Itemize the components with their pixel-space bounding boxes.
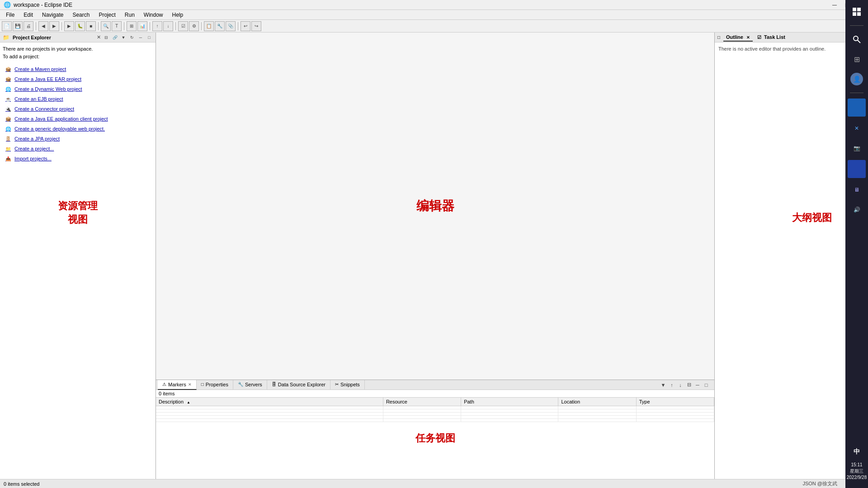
- tab-snippets[interactable]: ✂ Snippets: [330, 380, 365, 390]
- collapse-all-bottom-icon[interactable]: ⊟: [685, 381, 693, 389]
- toolbar-separator-6: [175, 22, 176, 30]
- project-explorer-close[interactable]: ✕: [97, 34, 101, 40]
- create-jpa-link[interactable]: 🗄 Create a JPA project: [3, 134, 153, 143]
- link-editor-icon[interactable]: 🔗: [111, 34, 118, 41]
- toolbar-search[interactable]: 🔍: [101, 21, 111, 31]
- create-maven-link[interactable]: 📦 Create a Maven project: [3, 65, 153, 74]
- toolbar-back[interactable]: ◀: [38, 21, 48, 31]
- toolbar-perspective[interactable]: ⊞: [127, 21, 137, 31]
- toolbar-open-task[interactable]: ☑: [178, 21, 188, 31]
- menu-project[interactable]: Project: [94, 10, 119, 19]
- items-count-row: 0 items: [156, 390, 714, 398]
- connector-icon: 🔌: [5, 105, 12, 113]
- collapse-all-icon[interactable]: ⊟: [103, 34, 110, 41]
- toolbar-ext1[interactable]: 📋: [204, 21, 214, 31]
- minimize-button[interactable]: ─: [830, 1, 839, 9]
- toolbar-debug[interactable]: 🐛: [75, 21, 85, 31]
- tab-datasource[interactable]: 🗄 Data Source Explorer: [267, 380, 330, 390]
- menu-help[interactable]: Help: [168, 10, 188, 19]
- toolbar-next-annotation[interactable]: ↓: [163, 21, 173, 31]
- prev-annotation-icon[interactable]: ↑: [668, 381, 675, 389]
- toolbar-properties[interactable]: ⚙: [189, 21, 199, 31]
- minimize-bottom-icon[interactable]: ─: [694, 381, 701, 389]
- create-dynamic-web-link[interactable]: 🌐 Create a Dynamic Web project: [3, 84, 153, 94]
- menu-file[interactable]: File: [2, 10, 19, 19]
- svg-rect-1: [857, 8, 861, 11]
- svg-rect-0: [853, 8, 856, 11]
- taskbar-search-icon[interactable]: [849, 31, 865, 47]
- sort-description-icon: ▲: [187, 400, 190, 404]
- no-projects-message: There are no projects in your workspace.…: [3, 45, 153, 60]
- taskbar-layout-icon[interactable]: ⊞: [849, 51, 865, 67]
- tab-outline[interactable]: Outline ✕: [723, 33, 753, 42]
- create-generic-web-link[interactable]: 🌐 Create a generic deployable web projec…: [3, 124, 153, 133]
- menu-edit[interactable]: Edit: [19, 10, 37, 19]
- filter-icon[interactable]: ▼: [120, 34, 127, 41]
- window-icon: 🌐: [4, 1, 11, 8]
- create-ejb-link[interactable]: ☕ Create an EJB project: [3, 94, 153, 103]
- tab-markers[interactable]: ⚠ Markers ✕: [158, 380, 197, 390]
- toolbar-run[interactable]: ▶: [64, 21, 74, 31]
- table-row: [156, 416, 714, 419]
- toolbar-ext2[interactable]: 🔧: [215, 21, 225, 31]
- project-explorer-title: Project Explorer: [13, 35, 95, 40]
- menu-run[interactable]: Run: [121, 10, 139, 19]
- tab-properties[interactable]: □ Properties: [197, 380, 233, 390]
- create-project-link[interactable]: 📁 Create a project...: [3, 144, 153, 153]
- javaee-app-icon: 📦: [5, 115, 12, 122]
- toolbar-new[interactable]: 📄: [2, 21, 12, 31]
- taskbar-windows-icon[interactable]: [849, 4, 865, 20]
- toolbar-redo[interactable]: ↪: [251, 21, 261, 31]
- task-list-icon: ☑: [757, 35, 761, 40]
- create-javaee-ear-link[interactable]: 📦 Create a Java EE EAR project: [3, 75, 153, 84]
- create-connector-link[interactable]: 🔌 Create a Connector project: [3, 104, 153, 113]
- taskbar-tray-x[interactable]: ✕: [849, 120, 865, 136]
- toolbar-save[interactable]: 💾: [13, 21, 23, 31]
- bottom-tabs-bar: ⚠ Markers ✕ □ Properties 🔧 Servers 🗄 Dat…: [156, 380, 714, 390]
- col-path[interactable]: Path: [461, 398, 558, 406]
- taskbar-tray-cam[interactable]: 📷: [849, 140, 865, 156]
- taskbar-tray-blue1[interactable]: [848, 99, 866, 117]
- taskbar-tray-monitor[interactable]: 🖥: [849, 182, 865, 198]
- col-type[interactable]: Type: [636, 398, 714, 406]
- maximize-bottom-icon[interactable]: □: [703, 381, 710, 389]
- ime-indicator[interactable]: 中: [849, 444, 865, 460]
- import-projects-link[interactable]: 📥 Import projects...: [3, 154, 153, 163]
- outline-tab-close[interactable]: ✕: [746, 35, 750, 40]
- create-javaee-app-link[interactable]: 📦 Create a Java EE application client pr…: [3, 114, 153, 123]
- tab-task-list[interactable]: ☑ Task List: [755, 33, 788, 42]
- col-description[interactable]: Description ▲: [156, 398, 383, 406]
- menu-search[interactable]: Search: [68, 10, 94, 19]
- markers-table-container[interactable]: Description ▲ Resource Path Location: [156, 398, 714, 479]
- encoding-indicator: JSON @徐文武: [802, 480, 837, 487]
- col-location[interactable]: Location: [558, 398, 636, 406]
- filter-markers-icon[interactable]: ▼: [660, 381, 667, 389]
- toolbar-open-type[interactable]: T: [112, 21, 122, 31]
- toolbar-separator-3: [98, 22, 99, 30]
- toolbar-open-perspective[interactable]: 📊: [137, 21, 147, 31]
- toolbar-prev-annotation[interactable]: ↑: [152, 21, 162, 31]
- col-resource[interactable]: Resource: [383, 398, 461, 406]
- outline-panel: □ Outline ✕ ☑ Task List ⊟ ─ □ There is n…: [714, 33, 868, 479]
- taskbar-tray-blue2[interactable]: [848, 160, 866, 178]
- menu-navigate[interactable]: Navigate: [38, 10, 67, 19]
- project-explorer-body: There are no projects in your workspace.…: [0, 42, 156, 479]
- servers-icon: 🔧: [238, 382, 243, 387]
- toolbar-forward[interactable]: ▶: [49, 21, 59, 31]
- outline-tab-icon: □: [717, 35, 720, 40]
- sync-icon[interactable]: ↻: [128, 34, 136, 41]
- taskbar-sep-1: [850, 25, 863, 26]
- minimize-view-icon[interactable]: ─: [137, 34, 144, 41]
- toolbar-print[interactable]: 🖨: [24, 21, 33, 31]
- toolbar-ext3[interactable]: 📎: [226, 21, 236, 31]
- taskbar-user-icon[interactable]: 👤: [849, 71, 865, 87]
- tab-servers[interactable]: 🔧 Servers: [233, 380, 267, 390]
- toolbar-stop[interactable]: ■: [86, 21, 96, 31]
- maximize-view-icon[interactable]: □: [146, 34, 153, 41]
- menu-bar: File Edit Navigate Search Project Run Wi…: [0, 10, 868, 20]
- menu-window[interactable]: Window: [140, 10, 167, 19]
- toolbar-undo[interactable]: ↩: [241, 21, 250, 31]
- taskbar-tray-audio[interactable]: 🔊: [849, 202, 865, 218]
- next-annotation-icon[interactable]: ↓: [677, 381, 684, 389]
- markers-tab-close[interactable]: ✕: [188, 382, 192, 387]
